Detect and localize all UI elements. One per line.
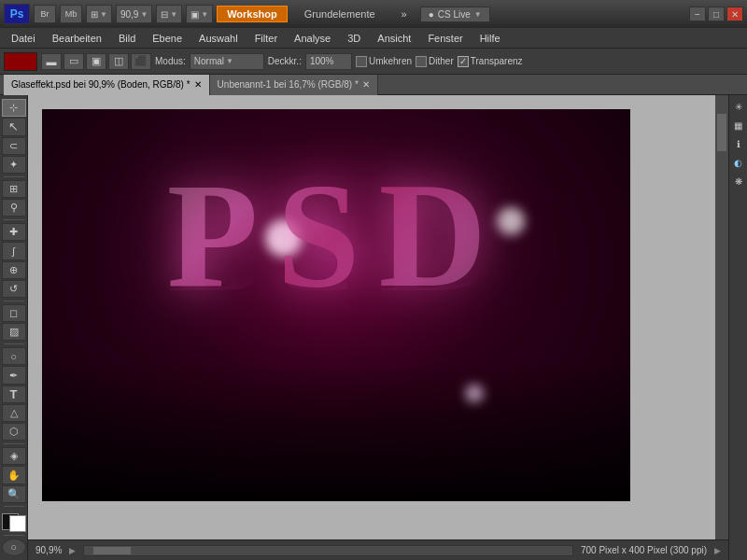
transparenz-check[interactable]: ✓ Transparenz [458, 56, 523, 67]
shape-btn-5[interactable]: ⬛ [131, 53, 151, 70]
maximize-button[interactable]: □ [708, 7, 725, 21]
tool-separator-1 [4, 176, 24, 177]
tool-separator-7 [4, 535, 24, 536]
tool-history-brush[interactable]: ↺ [2, 280, 26, 298]
arrange-icon: ⊟ [161, 9, 168, 20]
foreground-swatch[interactable] [4, 52, 37, 71]
tool-lasso[interactable]: ⊂ [2, 137, 26, 155]
menu-bar: Datei Bearbeiten Bild Ebene Auswahl Filt… [0, 28, 747, 49]
tool-path[interactable]: △ [2, 404, 26, 422]
zoom-chevron: ▼ [140, 10, 148, 19]
tool-text[interactable]: T [2, 385, 26, 403]
scrollbar-vertical[interactable] [715, 95, 728, 539]
document-canvas: PSD PSD [42, 109, 630, 501]
tool-separator-2 [4, 219, 24, 220]
view-dropdown[interactable]: ⊞ ▼ [86, 5, 112, 23]
tool-hand[interactable]: ✋ [2, 466, 26, 483]
tool-pen[interactable]: ✒ [2, 366, 26, 384]
dither-check[interactable]: Dither [416, 56, 454, 67]
umkehren-checkbox[interactable] [356, 56, 367, 67]
scrollbar-horizontal[interactable] [83, 545, 573, 556]
menu-ansicht[interactable]: Ansicht [370, 31, 418, 46]
dither-label: Dither [429, 56, 454, 66]
arrange-chevron: ▼ [170, 10, 177, 19]
toolbar: ⊹ ↖ ⊂ ✦ ⊞ ⚲ ✚ ∫ ⊕ ↺ ◻ ▨ ○ ✒ T △ ⬡ ◈ ✋ 🔍 [0, 95, 28, 560]
tab-unbenannt-close[interactable]: ✕ [362, 79, 370, 90]
cs-live-btn[interactable]: ● CS Live ▼ [420, 7, 490, 22]
tool-quickmask[interactable]: ○ [2, 539, 26, 556]
tab-glaseffekt-close[interactable]: ✕ [194, 79, 202, 90]
tool-gradient[interactable]: ▨ [2, 323, 26, 341]
tool-eraser[interactable]: ◻ [2, 304, 26, 322]
screen-icon: ▣ [190, 9, 199, 20]
menu-auswahl[interactable]: Auswahl [191, 31, 246, 46]
tool-crop[interactable]: ⊞ [2, 180, 26, 198]
tool-3d[interactable]: ◈ [2, 447, 26, 465]
tab-glaseffekt-label: Glaseffekt.psd bei 90,9% (Boden, RGB/8) … [11, 79, 190, 90]
tool-stamp[interactable]: ⊕ [2, 261, 26, 279]
panel-icon-histogram[interactable]: ▦ [731, 118, 746, 133]
shape-btn-3[interactable]: ▣ [86, 53, 106, 70]
br-icon[interactable]: Br [34, 5, 56, 23]
more-workspaces-btn[interactable]: » [392, 7, 416, 21]
tool-magic-wand[interactable]: ✦ [2, 156, 26, 174]
screen-dropdown[interactable]: ▣ ▼ [186, 5, 213, 23]
menu-bearbeiten[interactable]: Bearbeiten [45, 31, 109, 46]
tool-heal[interactable]: ✚ [2, 223, 26, 241]
workshop-tab[interactable]: Workshop [217, 6, 288, 22]
brush-shape-options: ▬ ▭ ▣ ◫ ⬛ [41, 53, 151, 70]
umkehren-check[interactable]: Umkehren [356, 56, 412, 67]
mb-icon[interactable]: Mb [60, 5, 82, 23]
status-arrow-icon[interactable]: ▶ [69, 546, 76, 555]
shape-btn-2[interactable]: ▭ [63, 53, 84, 70]
zoom-status: 90,9% [35, 545, 62, 555]
scroll-h-thumb[interactable] [93, 547, 131, 554]
close-button[interactable]: ✕ [726, 7, 743, 21]
modus-dropdown[interactable]: Normal ▼ [190, 53, 264, 70]
tool-brush[interactable]: ∫ [2, 242, 26, 259]
shape-btn-1[interactable]: ▬ [41, 53, 62, 70]
dither-checkbox[interactable] [416, 56, 427, 67]
tool-shape[interactable]: ⬡ [2, 423, 26, 441]
menu-3d[interactable]: 3D [340, 31, 368, 46]
transparenz-checkbox[interactable]: ✓ [458, 56, 469, 67]
tool-eyedropper[interactable]: ⚲ [2, 199, 26, 217]
window-controls: − □ ✕ [689, 7, 743, 21]
psd-main-text: PSD [167, 161, 505, 310]
deckkraft-input[interactable]: 100% [305, 53, 352, 70]
scroll-v-thumb[interactable] [717, 114, 726, 151]
tool-zoom[interactable]: 🔍 [2, 485, 26, 503]
menu-filter[interactable]: Filter [247, 31, 285, 46]
grundelemente-tab[interactable]: Grundelemente [295, 7, 385, 21]
menu-fenster[interactable]: Fenster [420, 31, 470, 46]
panel-icon-info[interactable]: ℹ [731, 136, 746, 151]
menu-datei[interactable]: Datei [4, 31, 43, 46]
tab-unbenannt[interactable]: Unbenannt-1 bei 16,7% (RGB/8) * ✕ [210, 75, 378, 95]
panel-icon-channels[interactable]: ❋ [731, 174, 746, 189]
status-navigate-icon[interactable]: ▶ [714, 546, 721, 555]
panel-icon-layers[interactable]: ◐ [731, 155, 746, 170]
menu-bild[interactable]: Bild [111, 31, 143, 46]
arrange-dropdown[interactable]: ⊟ ▼ [156, 5, 182, 23]
shape-btn-4[interactable]: ◫ [108, 53, 129, 70]
cs-live-label: CS Live [438, 9, 471, 20]
minimize-button[interactable]: − [689, 7, 706, 21]
options-bar: ▬ ▭ ▣ ◫ ⬛ Modus: Normal ▼ Deckkr.: 100% … [0, 49, 747, 75]
psd-art-canvas: PSD PSD [42, 109, 630, 501]
zoom-dropdown[interactable]: 90,9 ▼ [116, 5, 152, 23]
menu-ebene[interactable]: Ebene [145, 31, 190, 46]
cs-live-chevron: ▼ [474, 10, 482, 19]
panel-icon-navigator[interactable]: ✳ [731, 99, 746, 114]
canvas-area[interactable]: PSD PSD [28, 95, 728, 539]
tool-marquee[interactable]: ⊹ [2, 99, 26, 117]
tab-glaseffekt[interactable]: Glaseffekt.psd bei 90,9% (Boden, RGB/8) … [4, 75, 210, 95]
menu-hilfe[interactable]: Hilfe [472, 31, 508, 46]
workspace-area: Workshop Grundelemente » [217, 6, 416, 22]
tool-dodge[interactable]: ○ [2, 347, 26, 365]
tool-separator-6 [4, 506, 24, 507]
background-color[interactable] [9, 515, 26, 532]
tabs-bar: Glaseffekt.psd bei 90,9% (Boden, RGB/8) … [0, 75, 747, 95]
menu-analyse[interactable]: Analyse [287, 31, 338, 46]
tool-move[interactable]: ↖ [2, 118, 26, 135]
cs-live-dot: ● [429, 9, 434, 20]
